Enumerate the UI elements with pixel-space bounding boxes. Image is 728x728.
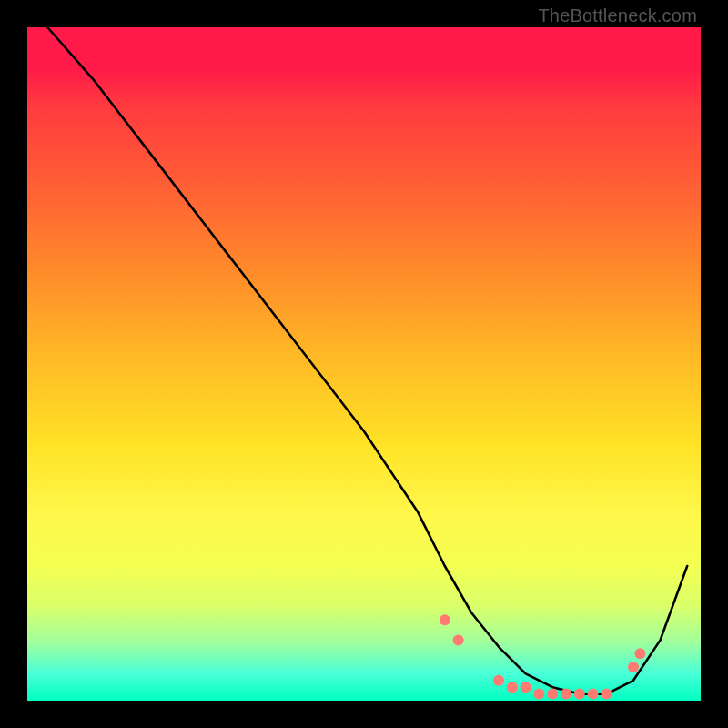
marker-dot [561,689,571,700]
marker-dot [521,682,531,693]
marker-dot [547,689,558,700]
marker-dot [588,689,599,700]
curve-line [47,27,687,694]
watermark-text: TheBottleneck.com [538,5,697,26]
chart-frame: TheBottleneck.com [0,0,728,728]
marker-dot [574,689,585,700]
marker-dot [507,682,518,693]
marker-dot [628,662,639,672]
marker-dot [453,634,464,645]
marker-dot [493,675,504,686]
marker-dot [440,614,450,625]
marker-dot [634,648,645,659]
marker-dot [533,689,544,700]
marker-dot [601,689,612,700]
chart-svg [27,27,701,701]
plot-area [27,27,701,701]
curve-markers [440,614,646,699]
